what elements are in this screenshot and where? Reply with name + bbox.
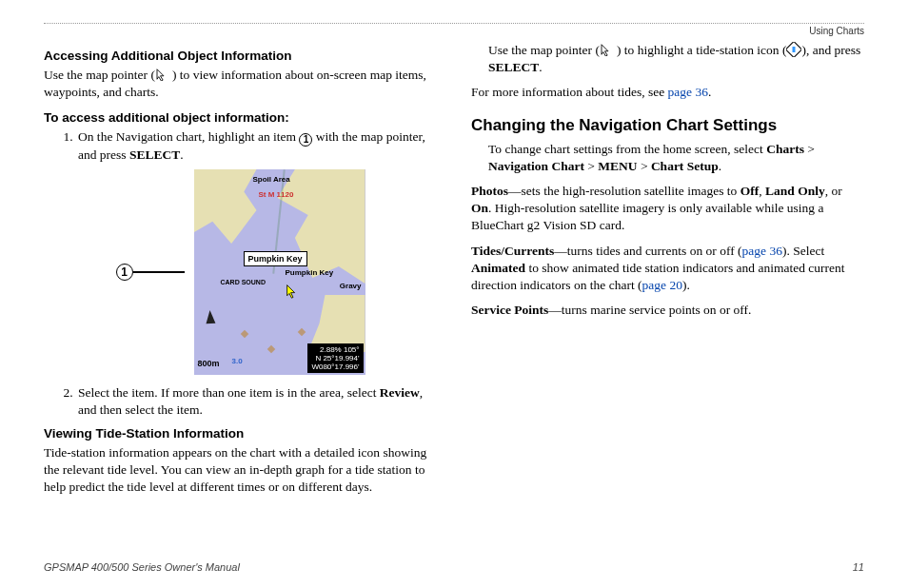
tide-station-icon <box>786 42 801 57</box>
animated-keyword: Animated <box>471 261 525 275</box>
heading-changing-settings: Changing the Navigation Chart Settings <box>471 115 864 137</box>
manual-page: Using Charts Accessing Additional Object… <box>0 0 908 588</box>
step-2: Select the item. If more than one item i… <box>76 384 437 419</box>
map-label-pumpkin-key: Pumpkin Key <box>286 268 334 279</box>
text: For more information about tides, see <box>471 85 668 99</box>
map-pointer-icon <box>600 43 617 56</box>
map-label-stm: St M 1120 <box>259 190 294 201</box>
map-marker <box>297 328 305 336</box>
map-marker <box>266 345 274 353</box>
text: —turns tides and currents on or off ( <box>554 244 741 258</box>
steps-list: Select the item. If more than one item i… <box>44 384 437 419</box>
svg-rect-1 <box>793 47 796 52</box>
map-land <box>194 169 257 244</box>
paragraph-photos: Photos—sets the high-resolution satellit… <box>471 183 864 235</box>
text: —turns marine service points on or off. <box>548 303 751 317</box>
heading-to-access: To access additional object information: <box>44 109 437 127</box>
text: ). Select <box>782 244 824 258</box>
text: > <box>804 142 815 156</box>
paragraph: For more information about tides, see pa… <box>471 84 864 101</box>
callout-1-inline-icon: 1 <box>299 133 312 147</box>
text: —sets the high-resolution satellite imag… <box>508 184 740 198</box>
text: . <box>539 60 542 74</box>
text: Select the item. If more than one item i… <box>78 385 380 400</box>
right-column: Use the map pointer () to highlight a ti… <box>471 42 864 554</box>
nav-chart-keyword: Navigation Chart <box>488 159 584 173</box>
left-column: Accessing Additional Object Information … <box>44 42 437 554</box>
text: , or <box>825 184 842 198</box>
map-data-row: W080°17.996' <box>311 363 359 371</box>
page-footer: GPSMAP 400/500 Series Owner's Manual 11 <box>44 561 864 573</box>
paragraph: Use the map pointer () to highlight a ti… <box>471 42 864 76</box>
text: ). <box>682 278 690 292</box>
paragraph: Use the map pointer () to view informati… <box>44 67 437 101</box>
step-1: On the Navigation chart, highlight an it… <box>76 128 437 164</box>
text: . <box>708 85 711 99</box>
text: On the Navigation chart, highlight an it… <box>78 129 299 144</box>
footer-title: GPSMAP 400/500 Series Owner's Manual <box>44 561 240 573</box>
text: Use the map pointer ( <box>44 68 155 82</box>
callout-leader-line <box>133 271 185 273</box>
map-label-pumpkin-key-box: Pumpkin Key <box>244 251 307 266</box>
map-label-card-sound: CARD SOUND <box>221 278 266 286</box>
charts-keyword: Charts <box>766 142 804 156</box>
text: Use the map pointer ( <box>488 43 600 57</box>
paragraph: Tide-station information appears on the … <box>44 444 437 497</box>
navigation-chart-screenshot: Spoil Area St M 1120 Pumpkin Key Pumpkin… <box>194 169 365 375</box>
page-link-36[interactable]: page 36 <box>668 85 708 99</box>
off-keyword: Off <box>740 184 760 198</box>
boat-icon <box>205 310 215 324</box>
menu-keyword: MENU <box>598 159 637 173</box>
map-scale: 800m <box>198 358 220 369</box>
map-depth: 3.0 <box>232 357 243 367</box>
text: . <box>719 159 721 173</box>
paragraph-service-points: Service Points—turns marine service poin… <box>471 302 864 319</box>
top-divider <box>44 23 864 24</box>
text: ) to highlight a tide-station icon ( <box>617 43 786 57</box>
text: > <box>638 159 651 173</box>
map-data-panel: 2.88% 105° N 25°19.994' W080°17.996' <box>307 343 363 374</box>
map-label-spoil: Spoil Area <box>253 175 290 186</box>
heading-tide-station: Viewing Tide-Station Information <box>44 425 437 442</box>
review-keyword: Review <box>380 385 420 400</box>
figure-callout: 1 <box>116 264 185 281</box>
service-points-keyword: Service Points <box>471 303 548 317</box>
text: , <box>759 184 765 198</box>
text: To change chart settings from the home s… <box>488 142 766 156</box>
chart-setup-keyword: Chart Setup <box>651 159 719 173</box>
paragraph: To change chart settings from the home s… <box>471 141 864 175</box>
map-label-gravy: Gravy <box>340 282 362 292</box>
figure: 1 Spoil Area St M 1120 Pumpkin Key Pumpk… <box>44 169 437 375</box>
tides-currents-keyword: Tides/Currents <box>471 244 554 258</box>
text: ), and press <box>801 43 860 57</box>
map-pointer-icon <box>286 284 301 299</box>
text: . High-resolution satellite imagery is o… <box>471 201 823 232</box>
land-only-keyword: Land Only <box>765 184 825 198</box>
callout-number-icon: 1 <box>116 264 133 281</box>
two-column-layout: Accessing Additional Object Information … <box>44 42 864 554</box>
map-marker <box>240 330 247 338</box>
page-number: 11 <box>853 561 864 573</box>
section-header: Using Charts <box>44 26 864 36</box>
map-data-row: 2.88% 105° <box>311 345 359 354</box>
steps-list: On the Navigation chart, highlight an it… <box>44 128 437 164</box>
page-link-20[interactable]: page 20 <box>642 278 682 292</box>
text: > <box>584 159 598 173</box>
page-link-36[interactable]: page 36 <box>742 244 782 258</box>
photos-keyword: Photos <box>471 184 508 198</box>
paragraph-tides: Tides/Currents—turns tides and currents … <box>471 243 864 295</box>
select-keyword: SELECT <box>488 60 539 74</box>
heading-accessing-info: Accessing Additional Object Information <box>44 48 437 65</box>
on-keyword: On <box>471 201 488 215</box>
map-data-row: N 25°19.994' <box>311 354 359 363</box>
map-pointer-icon <box>155 68 172 81</box>
select-keyword: SELECT <box>129 147 180 162</box>
text: . <box>180 147 183 162</box>
